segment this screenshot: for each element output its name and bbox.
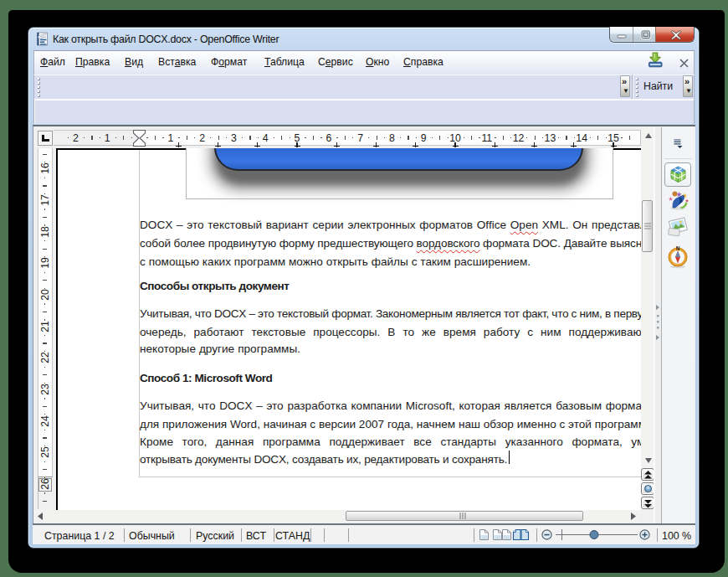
svg-text:N: N <box>676 245 680 251</box>
